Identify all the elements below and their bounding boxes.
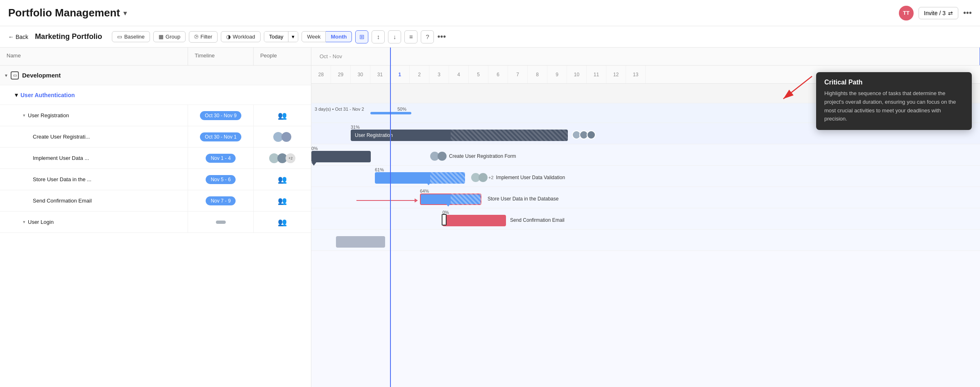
percent-31: 31% [351, 125, 360, 130]
filter-icon: ⧁ [194, 34, 198, 40]
invite-button[interactable]: Invite / 3 ⇄ [919, 7, 958, 19]
today-button[interactable]: Today [264, 32, 289, 42]
title-chevron-icon[interactable]: ▾ [123, 9, 127, 18]
group-row-development[interactable]: ▾ ▭ Development [0, 66, 311, 85]
back-button[interactable]: ← Back [8, 34, 28, 40]
critical-path-button[interactable]: ⊞ [355, 30, 368, 43]
create-form-info: Create User Registration Form [430, 152, 516, 161]
day-7: 7 [508, 66, 528, 84]
subtask-name-implement: Implement User Data ... [0, 148, 188, 168]
group-icon: ▦ [159, 34, 163, 40]
day-5: 5 [469, 66, 488, 84]
sort-button[interactable]: ↕ [372, 30, 385, 43]
bar-label: Send Confirmation Email [510, 217, 565, 223]
hatched-overlay [451, 130, 568, 141]
gantt-row-create-form: 0% Create User Registration Form [311, 144, 980, 166]
period-group: Week Month [302, 31, 352, 42]
subtask-row-send-email: Send Confirmation Email Nov 7 - 9 👥 [0, 190, 311, 212]
day-8: 8 [528, 66, 547, 84]
group-label-development: Development [22, 72, 61, 79]
right-panel: Oct - Nov 28 29 30 31 1 2 3 4 5 6 7 8 9 … [311, 48, 980, 387]
gantt-bar-user-login [336, 236, 385, 248]
chevron-down-icon[interactable]: ▾ [23, 113, 25, 118]
workload-button[interactable]: ◑ Workload [221, 31, 261, 42]
subtask-name-store: Store User Data in the ... [0, 169, 188, 190]
subtask-row-create-registration: Create User Registrati... Oct 30 - Nov 1 [0, 126, 311, 148]
bar-label: Create User Registration Form [449, 153, 516, 159]
progress-marker [446, 203, 451, 207]
group-button[interactable]: ▦ Group [153, 31, 186, 42]
group-icon: ▭ [11, 71, 19, 80]
subtask-row-store: Store User Data in the ... Nov 5 - 6 👥 [0, 169, 311, 190]
task-label: User Registration [28, 112, 69, 118]
group-label: Group [166, 34, 180, 40]
filter-button[interactable]: ⧁ Filter [189, 31, 218, 43]
task-people-store: 👥 [254, 169, 311, 190]
subtask-label: Store User Data in the ... [33, 176, 91, 182]
summary-percent: 50% [397, 107, 406, 112]
subgroup-row-user-auth[interactable]: ▾ User Authentication [0, 85, 311, 105]
task-label: User Login [28, 219, 54, 225]
toolbar-more-button[interactable]: ••• [437, 32, 446, 41]
today-line [390, 48, 391, 387]
baseline-icon: ▭ [117, 34, 122, 40]
gantt-row-store: 64% Store User Data in the Database [311, 187, 980, 208]
avatar-plus: +2 [286, 153, 295, 163]
workload-label: Workload [233, 34, 255, 40]
help-button[interactable]: ? [421, 30, 434, 43]
main-content: Name Timeline People ▾ ▭ Development ▾ U… [0, 48, 980, 387]
subgroup-label-user-auth: User Authentication [20, 92, 75, 98]
gantt-bar-create-form [311, 151, 371, 162]
chevron-down-icon: ▾ [15, 91, 18, 99]
subtask-name-create-registration: Create User Registrati... [0, 126, 188, 147]
tooltip-title: Critical Path [824, 79, 964, 86]
day-30: 30 [351, 66, 370, 84]
avatar-plus: +2 [488, 175, 494, 180]
task-timeline-implement: Nov 1 - 4 [188, 148, 254, 168]
timeline-column-header: Timeline [188, 48, 254, 65]
week-button[interactable]: Week [302, 31, 326, 42]
bar-avatars [574, 130, 596, 139]
column-headers: Name Timeline People [0, 48, 311, 66]
tooltip-text: Highlights the sequence of tasks that de… [824, 89, 964, 123]
chevron-down-icon[interactable]: ▾ [23, 219, 25, 225]
day-12: 12 [606, 66, 626, 84]
day-31: 31 [370, 66, 390, 84]
today-chevron-button[interactable]: ▾ [288, 32, 298, 42]
settings-button[interactable]: ≡ [404, 30, 417, 43]
date-badge [216, 221, 226, 224]
day-28: 28 [311, 66, 331, 84]
subtask-label: Implement User Data ... [33, 155, 89, 161]
day-3: 3 [429, 66, 449, 84]
progress-marker-outline [442, 214, 447, 225]
month-button[interactable]: Month [326, 31, 352, 42]
top-header: Portfolio Management ▾ TT Invite / 3 ⇄ •… [0, 0, 980, 26]
avatar-group: +2 [269, 153, 295, 163]
name-column-header: Name [0, 48, 188, 65]
subtask-name-send-email: Send Confirmation Email [0, 190, 188, 211]
hatched-overlay [430, 172, 465, 184]
critical-path-icon: ⊞ [359, 33, 365, 41]
date-badge: Nov 1 - 4 [206, 154, 236, 163]
day-13: 13 [626, 66, 646, 84]
more-button[interactable]: ••• [963, 8, 972, 18]
download-button[interactable]: ↓ [388, 30, 401, 43]
hatched-overlay [451, 194, 481, 205]
avatar [479, 173, 488, 182]
help-icon: ? [426, 33, 429, 40]
avatar [587, 130, 596, 139]
gantt-row-user-login [311, 230, 980, 251]
progress-marker [426, 182, 431, 185]
critical-path-tooltip: Critical Path Highlights the sequence of… [816, 72, 972, 130]
task-timeline-user-login [188, 212, 254, 232]
task-row-user-login: ▾ User Login 👥 [0, 212, 311, 233]
avatar-group [430, 152, 447, 161]
avatar-group: +2 [471, 173, 494, 182]
avatar-group [273, 132, 291, 142]
baseline-button[interactable]: ▭ Baseline [112, 31, 150, 42]
gantt-row-implement: 61% +2 Implement User Data Validation [311, 166, 980, 187]
people-column-header: People [254, 48, 311, 65]
day-29: 29 [331, 66, 351, 84]
day-1: 1 [390, 66, 410, 84]
task-people-implement: +2 [254, 148, 311, 168]
